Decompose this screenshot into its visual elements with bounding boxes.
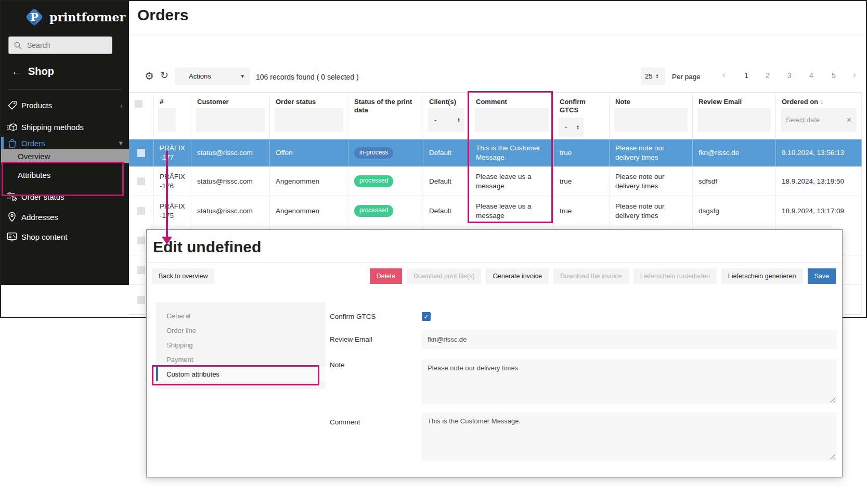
cell-gtcs: true [554,139,610,166]
sidebar-item-addresses[interactable]: Addresses [1,209,129,225]
status-badge: processed [354,175,393,187]
back-to-shop[interactable]: ← Shop [11,66,54,77]
pagination-prev[interactable]: ‹ [722,70,726,80]
confirm-gtcs-checkbox[interactable]: ✓ [422,312,431,321]
row-checkbox[interactable] [137,266,145,274]
filter-note[interactable] [614,108,688,132]
pagination-page-5[interactable]: 5 [832,71,836,80]
pagination-page-4[interactable]: 4 [809,71,813,80]
tab-payment[interactable]: Payment [156,352,326,367]
download-print-files-button[interactable]: Download print file(s) [407,268,481,284]
refresh-icon[interactable]: ↻ [160,69,169,81]
chevron-left-icon[interactable]: ‹ [120,101,123,110]
resize-handle-icon[interactable] [830,454,835,459]
status-badge: in-process [354,147,393,159]
header-select-all [129,93,154,139]
tag-icon [6,100,18,110]
search-input[interactable] [26,41,101,50]
status-badge: processed [354,205,393,217]
per-page-stepper[interactable]: 25 ▲▼ [641,68,665,85]
cell-comment: Please leave us a message [470,196,554,226]
sidebar-item-label: Shop content [21,232,67,241]
pagination-page-1[interactable]: 1 [744,71,748,80]
save-button[interactable]: Save [808,268,836,284]
chevron-down-icon[interactable]: ▾ [119,138,123,148]
svg-text:P: P [30,10,38,23]
row-checkbox[interactable] [137,207,145,215]
lieferschein-runterladen-button[interactable]: Lieferschein runterladen [633,268,717,284]
filter-customer[interactable] [196,108,265,132]
stepper-arrows-icon: ▲▼ [655,74,658,79]
pagination-next[interactable]: › [853,70,856,80]
note-field[interactable]: Please note our delivery times [422,359,837,404]
filter-review-email[interactable] [697,108,771,132]
shop-content-icon [6,232,18,241]
back-to-overview-button[interactable]: Back to overview [152,268,214,284]
sidebar-item-label: Overview [18,152,50,161]
sidebar-item-label: Shipping methods [21,123,84,132]
sidebar-search[interactable] [8,36,112,54]
actions-dropdown-value: Actions [189,72,211,80]
pagination-page-3[interactable]: 3 [787,71,792,80]
confirm-gtcs-label: Confirm GTCS [330,313,376,320]
cell-order-status: Offen [270,139,348,166]
table-row[interactable]: PRÄFIX-177 status@rissc.com Offen in-pro… [129,139,862,167]
cell-review-email: sdfsdf [693,167,776,196]
filter-gtcs-select[interactable]: - ▲▼ [559,118,584,137]
order-status-icon [6,191,18,202]
select-all-checkbox[interactable] [135,100,143,108]
per-page-value: 25 [645,72,652,80]
actions-dropdown[interactable]: Actions ▾ [175,68,250,85]
delete-button[interactable]: Delete [370,268,402,284]
shipping-icon [6,122,18,132]
review-email-field[interactable] [422,330,837,349]
row-checkbox[interactable] [137,237,145,244]
comment-field[interactable]: This is the Customer Message. [422,412,837,461]
lieferschein-generieren-button[interactable]: Lieferschein generieren [721,268,803,284]
cell-id: PRÄFIX-176 [154,167,191,196]
tab-shipping[interactable]: Shipping [156,338,326,352]
cell-comment: Please leave us a message [470,167,554,196]
logo-wordmark: printformer [49,10,125,24]
tab-order-line[interactable]: Order line [156,323,326,338]
filter-date[interactable]: Select date × [781,108,857,132]
cell-client: Default [423,196,470,226]
row-checkbox[interactable] [137,296,145,304]
filter-comment[interactable] [475,108,549,132]
cell-review-email: fkn@rissc.de [693,139,776,166]
sidebar-item-overview[interactable]: Overview [1,149,129,163]
tab-general[interactable]: General [156,308,326,323]
cell-client: Default [423,139,470,166]
download-invoice-button[interactable]: Download the invoice [553,268,629,284]
tab-custom-attributes[interactable]: Custom attributes [156,367,326,381]
cell-id: PRÄFIX-177 [154,139,191,166]
stepper-arrows-icon: ▲▼ [457,118,460,123]
sidebar-item-products[interactable]: Products ‹ [1,97,129,113]
sidebar-item-attributes[interactable]: Attributes [1,167,129,183]
pagination-page-2[interactable]: 2 [766,71,770,80]
clear-date-icon[interactable]: × [847,115,851,125]
table-row[interactable]: PRÄFIX-175 status@rissc.com Angenommen p… [129,196,862,226]
sidebar-item-shipping-methods[interactable]: Shipping methods [1,119,129,135]
filter-clients-select[interactable]: - ▲▼ [428,108,464,132]
cell-order-status: Angenommen [270,167,348,196]
filter-number[interactable] [158,108,176,132]
cell-print-status: in-process [348,139,423,166]
row-checkbox[interactable] [137,149,145,157]
sidebar-item-orders[interactable]: Orders ▾ [1,135,129,151]
modal-action-buttons: Delete Download print file(s) Generate i… [370,268,836,284]
edit-order-modal: Edit undefined Back to overview Delete D… [146,229,843,477]
sort-desc-icon[interactable]: ↓ [820,98,824,106]
generate-invoice-button[interactable]: Generate invoice [486,268,549,284]
sidebar-item-shop-content[interactable]: Shop content [1,229,129,244]
table-header-row: # Customer Order status Status of the pr… [129,93,862,139]
filter-order-status[interactable] [275,108,343,132]
resize-handle-icon[interactable] [830,397,835,403]
logo: P printformer [24,6,125,28]
row-checkbox[interactable] [137,177,145,185]
table-row[interactable]: PRÄFIX-176 status@rissc.com Angenommen p… [129,167,862,196]
map-pin-icon [6,212,18,222]
sidebar-item-order-status[interactable]: Order status [1,189,129,204]
header-note: Note [610,93,693,139]
gear-icon[interactable]: ⚙ [145,70,154,82]
